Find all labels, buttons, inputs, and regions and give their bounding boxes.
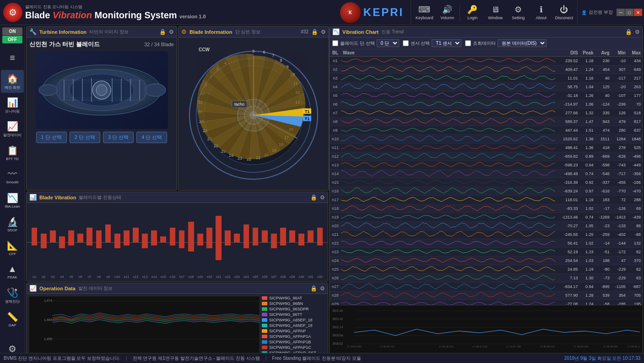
win-close-button[interactable]: ✕	[634, 9, 642, 16]
keyboard-button[interactable]: ⌨ Keyboard	[413, 0, 436, 24]
sensor-select[interactable]: T1 센서 T2 센서	[432, 39, 461, 47]
table-row[interactable]: n12-659.820.89-669-626-496	[330, 152, 643, 161]
table-row[interactable]: n5-31.181.2640-107177	[330, 91, 643, 100]
cell-dis: 1520.62	[556, 135, 579, 144]
table-row[interactable]: n17118.011.1918372288	[330, 196, 643, 204]
bar-negative	[317, 240, 323, 246]
setting-button[interactable]: ⚙ Setting	[507, 0, 530, 24]
table-row[interactable]: n2409.471.24454307649	[330, 65, 643, 74]
vc-lock-icon[interactable]: 🔒	[625, 29, 632, 35]
bar-wrapper: n22	[224, 207, 232, 272]
table-row[interactable]: n11498.411.36418278525	[330, 144, 643, 152]
ref-data-select[interactable]: 원본 데이터(DIS) 평균 데이터	[498, 39, 547, 47]
cell-dis: -214.97	[556, 100, 579, 109]
table-row[interactable]: n1239.521.18230-10434	[330, 57, 643, 65]
stage-4-button[interactable]: 4 단 선택	[136, 132, 167, 143]
table-row[interactable]: n6-214.971.06-124-29970	[330, 100, 643, 109]
stage-3-button[interactable]: 3 단 선택	[103, 132, 134, 143]
col-bl: BL	[330, 49, 341, 57]
cell-avg: 40	[595, 74, 611, 83]
stage-1-button[interactable]: 1 단 선택	[36, 132, 67, 143]
op-lock-icon[interactable]: 🔒	[310, 285, 317, 292]
table-row[interactable]: n2352.191.23-51-17282	[330, 248, 643, 256]
sidebar-item-main[interactable]: 🏠 메인 화면	[1, 70, 24, 93]
table-row[interactable]: n29-77.081.24-58-285195	[330, 300, 643, 305]
table-row[interactable]: n14-498.490.74-546-717-356	[330, 170, 643, 178]
bar-label: n15	[161, 275, 166, 278]
bar-negative	[114, 240, 120, 248]
bv-gear-icon[interactable]: ⚙	[320, 194, 325, 201]
cell-bl: n27	[330, 283, 341, 291]
sidebar-item-menu[interactable]: ≡	[1, 46, 24, 69]
turbine-panel-header: 🔧 Turbine Information 터빈의 이미지 정보 🔒 ⚙	[27, 27, 177, 37]
table-row[interactable]: n8589.371.47843479817	[330, 117, 643, 126]
stage-2-button[interactable]: 2 단 선택	[70, 132, 100, 143]
sidebar-item-cff[interactable]: 📐 CFF	[1, 236, 24, 259]
bar-label: n16	[170, 275, 175, 278]
bar-positive	[124, 230, 130, 239]
table-row[interactable]: n19-1313.460.74-1269-1413-439	[330, 213, 643, 222]
blade-stage-checkbox[interactable]	[332, 40, 338, 46]
vc-gear-icon[interactable]: ⚙	[635, 29, 640, 35]
off-button[interactable]: OFF	[2, 36, 22, 43]
cell-min: -107	[612, 91, 628, 100]
login-button[interactable]: 🔑 Login	[461, 0, 484, 24]
table-row[interactable]: n458.751.04125-20263	[330, 83, 643, 91]
volume-button[interactable]: 🔊 Volumn	[436, 0, 459, 24]
turbine-gear-icon[interactable]: ⚙	[169, 29, 174, 35]
table-row[interactable]: n101520.621.38151112841848	[330, 135, 643, 144]
sidebar-item-monitoring[interactable]: 📊 모니터링	[1, 94, 24, 117]
sidebar-item-data[interactable]: 📈 발전데이터	[1, 117, 24, 140]
table-row[interactable]: n9447.441.51474280637	[330, 126, 643, 135]
table-row[interactable]: n27-834.170.94-895-1105-687	[330, 283, 643, 291]
about-button[interactable]: ℹ About	[530, 0, 552, 24]
power-button[interactable]: ⏻ Disconect	[552, 0, 575, 24]
sidebar-item-gap[interactable]: 📏 GAP	[1, 308, 24, 331]
blade-lock-icon[interactable]: 🔒	[311, 29, 318, 35]
window-button[interactable]: 🖥 Window	[484, 0, 507, 24]
win-min-button[interactable]: ─	[617, 9, 625, 16]
table-row[interactable]: n18-83.331.02-17-12669	[330, 204, 643, 213]
bar-wrapper: n7	[86, 207, 94, 272]
table-row[interactable]: n15-316.390.92-337-455-186	[330, 178, 643, 187]
bar-positive	[32, 228, 38, 240]
win-max-button[interactable]: □	[625, 9, 633, 16]
turbine-subtitle: 터빈의 이미지 정보	[89, 29, 129, 35]
table-row[interactable]: n16-639.240.97-616-770-470	[330, 187, 643, 196]
table-row[interactable]: n28577.901.28539354705	[330, 291, 643, 300]
cell-peak: 1.47	[580, 117, 595, 126]
table-row[interactable]: n267.131.30-73-22963	[330, 274, 643, 283]
table-row[interactable]: n13-598.230.94-598-743-449	[330, 161, 643, 170]
bv-lock-icon[interactable]: 🔒	[310, 194, 317, 201]
bar-positive	[96, 230, 102, 239]
op-gear-icon[interactable]: ⚙	[320, 285, 325, 292]
ref-data-checkbox[interactable]	[465, 40, 471, 46]
sidebar-item-smooth[interactable]: 〰 Smooth	[1, 165, 24, 188]
blade-gear-icon[interactable]: ⚙	[321, 29, 326, 35]
bar-label: n24	[244, 275, 249, 278]
cell-bl: n23	[330, 248, 341, 256]
table-row[interactable]: n24254.541.0318847370	[330, 256, 643, 265]
bv-panel-header: 📊 Blade Vibration 블레이드별 진동상태 🔒 ⚙	[27, 192, 328, 203]
cell-avg: 454	[595, 65, 611, 74]
bar-label: n21	[216, 275, 222, 278]
blade-stage-select[interactable]: 0 단 1 단 2 단	[377, 39, 399, 47]
sidebar-item-peak[interactable]: ▲ PEAK	[1, 260, 24, 283]
bar-wrapper: n32	[316, 207, 324, 272]
table-row[interactable]: n311.011.1640-117217	[330, 74, 643, 83]
sidebar-item-diagnosis[interactable]: 🩺 생체진단	[1, 284, 24, 307]
turbine-lock-icon[interactable]: 🔒	[159, 29, 166, 35]
table-row[interactable]: n20-70.271.05-23-13388	[330, 222, 643, 230]
cell-min: 72	[612, 196, 628, 204]
table-row[interactable]: n2524.851.19-80-22962	[330, 265, 643, 274]
table-row[interactable]: n2256.411.02-14-144132	[330, 239, 643, 248]
table-row[interactable]: n7277.661.32335126518	[330, 109, 643, 117]
on-button[interactable]: ON	[2, 27, 22, 35]
sensor-checkbox[interactable]	[403, 40, 409, 46]
cell-peak: 1.26	[580, 91, 595, 100]
table-row[interactable]: n21-245.551.25-259-402-88	[330, 230, 643, 239]
sidebar-item-iba[interactable]: 📉 IBA,Lean	[1, 189, 24, 212]
bar-label: n14	[152, 275, 157, 278]
sidebar-item-btt[interactable]: 📋 BTT TD	[1, 141, 24, 164]
sidebar-item-sdof[interactable]: 🔬 SDOF	[1, 213, 24, 235]
